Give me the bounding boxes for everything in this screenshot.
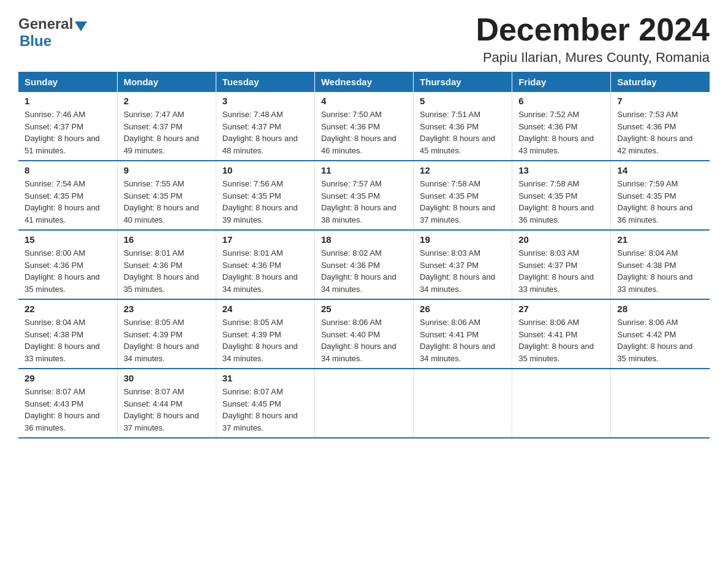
day-info: Sunrise: 8:05 AMSunset: 4:39 PMDaylight:…	[222, 318, 298, 363]
calendar-day-cell: 6 Sunrise: 7:52 AMSunset: 4:36 PMDayligh…	[512, 92, 611, 161]
calendar-day-cell: 29 Sunrise: 8:07 AMSunset: 4:43 PMDaylig…	[18, 369, 117, 438]
calendar-day-cell: 1 Sunrise: 7:46 AMSunset: 4:37 PMDayligh…	[18, 92, 117, 161]
day-info: Sunrise: 8:07 AMSunset: 4:43 PMDaylight:…	[25, 387, 100, 432]
day-info: Sunrise: 7:57 AMSunset: 4:35 PMDaylight:…	[321, 179, 396, 224]
calendar-day-cell	[512, 369, 611, 438]
day-info: Sunrise: 8:07 AMSunset: 4:45 PMDaylight:…	[222, 387, 298, 432]
calendar-table: SundayMondayTuesdayWednesdayThursdayFrid…	[18, 72, 710, 439]
calendar-day-cell: 24 Sunrise: 8:05 AMSunset: 4:39 PMDaylig…	[216, 299, 314, 369]
day-number: 12	[420, 165, 506, 175]
logo-blue-text: Blue	[20, 33, 51, 50]
calendar-day-cell: 11 Sunrise: 7:57 AMSunset: 4:35 PMDaylig…	[314, 161, 413, 230]
calendar-day-cell: 31 Sunrise: 8:07 AMSunset: 4:45 PMDaylig…	[216, 369, 314, 438]
day-info: Sunrise: 7:51 AMSunset: 4:36 PMDaylight:…	[420, 110, 495, 155]
day-number: 9	[124, 165, 210, 175]
day-number: 10	[222, 165, 308, 175]
day-number: 13	[518, 165, 604, 175]
calendar-day-cell: 23 Sunrise: 8:05 AMSunset: 4:39 PMDaylig…	[117, 299, 216, 369]
calendar-week-row: 15 Sunrise: 8:00 AMSunset: 4:36 PMDaylig…	[18, 230, 710, 299]
page-subtitle: Papiu Ilarian, Mures County, Romania	[476, 50, 710, 66]
day-number: 8	[25, 165, 111, 175]
calendar-day-cell	[611, 369, 710, 438]
day-number: 3	[222, 96, 308, 106]
day-info: Sunrise: 7:50 AMSunset: 4:36 PMDaylight:…	[321, 110, 396, 155]
calendar-day-cell: 27 Sunrise: 8:06 AMSunset: 4:41 PMDaylig…	[512, 299, 611, 369]
day-info: Sunrise: 8:01 AMSunset: 4:36 PMDaylight:…	[222, 248, 298, 294]
day-number: 28	[617, 304, 703, 314]
calendar-day-cell: 22 Sunrise: 8:04 AMSunset: 4:38 PMDaylig…	[18, 299, 117, 369]
day-number: 11	[321, 165, 407, 175]
day-number: 26	[420, 304, 506, 314]
calendar-day-cell: 21 Sunrise: 8:04 AMSunset: 4:38 PMDaylig…	[611, 230, 710, 299]
day-info: Sunrise: 7:54 AMSunset: 4:35 PMDaylight:…	[25, 179, 100, 224]
weekday-header: Thursday	[414, 72, 512, 92]
day-info: Sunrise: 7:56 AMSunset: 4:35 PMDaylight:…	[222, 179, 298, 224]
day-info: Sunrise: 8:06 AMSunset: 4:40 PMDaylight:…	[321, 318, 396, 363]
calendar-day-cell: 18 Sunrise: 8:02 AMSunset: 4:36 PMDaylig…	[314, 230, 413, 299]
day-info: Sunrise: 7:47 AMSunset: 4:37 PMDaylight:…	[124, 110, 199, 155]
day-number: 30	[124, 373, 210, 383]
calendar-day-cell: 20 Sunrise: 8:03 AMSunset: 4:37 PMDaylig…	[512, 230, 611, 299]
day-number: 4	[321, 96, 407, 106]
day-info: Sunrise: 8:06 AMSunset: 4:42 PMDaylight:…	[617, 318, 692, 363]
day-info: Sunrise: 8:03 AMSunset: 4:37 PMDaylight:…	[420, 248, 495, 294]
day-number: 22	[25, 304, 111, 314]
calendar-day-cell: 14 Sunrise: 7:59 AMSunset: 4:35 PMDaylig…	[611, 161, 710, 230]
day-info: Sunrise: 7:52 AMSunset: 4:36 PMDaylight:…	[518, 110, 594, 155]
day-number: 17	[222, 234, 308, 245]
day-info: Sunrise: 8:04 AMSunset: 4:38 PMDaylight:…	[25, 318, 100, 363]
day-info: Sunrise: 8:06 AMSunset: 4:41 PMDaylight:…	[420, 318, 495, 363]
page-header: General Blue December 2024 Papiu Ilarian…	[18, 12, 710, 66]
logo-triangle-icon	[75, 21, 87, 31]
calendar-day-cell: 13 Sunrise: 7:58 AMSunset: 4:35 PMDaylig…	[512, 161, 611, 230]
day-info: Sunrise: 8:01 AMSunset: 4:36 PMDaylight:…	[124, 248, 199, 294]
weekday-header: Saturday	[611, 72, 710, 92]
logo: General Blue	[18, 15, 87, 50]
day-number: 2	[124, 96, 210, 106]
day-number: 25	[321, 304, 407, 314]
day-info: Sunrise: 8:02 AMSunset: 4:36 PMDaylight:…	[321, 248, 396, 294]
day-info: Sunrise: 7:58 AMSunset: 4:35 PMDaylight:…	[518, 179, 594, 224]
day-info: Sunrise: 8:04 AMSunset: 4:38 PMDaylight:…	[617, 248, 692, 294]
day-number: 18	[321, 234, 407, 245]
logo-general-text: General	[18, 15, 73, 33]
calendar-day-cell: 26 Sunrise: 8:06 AMSunset: 4:41 PMDaylig…	[414, 299, 512, 369]
day-number: 21	[617, 234, 703, 245]
day-info: Sunrise: 8:06 AMSunset: 4:41 PMDaylight:…	[518, 318, 594, 363]
calendar-day-cell: 15 Sunrise: 8:00 AMSunset: 4:36 PMDaylig…	[18, 230, 117, 299]
day-number: 15	[25, 234, 111, 245]
calendar-day-cell: 30 Sunrise: 8:07 AMSunset: 4:44 PMDaylig…	[117, 369, 216, 438]
day-number: 7	[617, 96, 703, 106]
calendar-day-cell: 28 Sunrise: 8:06 AMSunset: 4:42 PMDaylig…	[611, 299, 710, 369]
day-number: 16	[124, 234, 210, 245]
calendar-day-cell: 16 Sunrise: 8:01 AMSunset: 4:36 PMDaylig…	[117, 230, 216, 299]
calendar-day-cell: 2 Sunrise: 7:47 AMSunset: 4:37 PMDayligh…	[117, 92, 216, 161]
calendar-day-cell: 8 Sunrise: 7:54 AMSunset: 4:35 PMDayligh…	[18, 161, 117, 230]
calendar-week-row: 8 Sunrise: 7:54 AMSunset: 4:35 PMDayligh…	[18, 161, 710, 230]
day-number: 1	[25, 96, 111, 106]
day-number: 6	[518, 96, 604, 106]
calendar-day-cell: 10 Sunrise: 7:56 AMSunset: 4:35 PMDaylig…	[216, 161, 314, 230]
calendar-week-row: 22 Sunrise: 8:04 AMSunset: 4:38 PMDaylig…	[18, 299, 710, 369]
day-info: Sunrise: 8:00 AMSunset: 4:36 PMDaylight:…	[25, 248, 100, 294]
calendar-day-cell: 7 Sunrise: 7:53 AMSunset: 4:36 PMDayligh…	[611, 92, 710, 161]
day-number: 5	[420, 96, 506, 106]
weekday-header: Tuesday	[216, 72, 314, 92]
day-info: Sunrise: 8:03 AMSunset: 4:37 PMDaylight:…	[518, 248, 594, 294]
day-number: 23	[124, 304, 210, 314]
day-number: 29	[25, 373, 111, 383]
page-title: December 2024	[476, 12, 710, 47]
calendar-day-cell	[314, 369, 413, 438]
calendar-day-cell: 12 Sunrise: 7:58 AMSunset: 4:35 PMDaylig…	[414, 161, 512, 230]
day-number: 31	[222, 373, 308, 383]
weekday-header: Monday	[117, 72, 216, 92]
weekday-header-row: SundayMondayTuesdayWednesdayThursdayFrid…	[18, 72, 710, 92]
calendar-day-cell: 4 Sunrise: 7:50 AMSunset: 4:36 PMDayligh…	[314, 92, 413, 161]
calendar-day-cell: 9 Sunrise: 7:55 AMSunset: 4:35 PMDayligh…	[117, 161, 216, 230]
calendar-day-cell: 19 Sunrise: 8:03 AMSunset: 4:37 PMDaylig…	[414, 230, 512, 299]
calendar-week-row: 29 Sunrise: 8:07 AMSunset: 4:43 PMDaylig…	[18, 369, 710, 438]
day-info: Sunrise: 7:55 AMSunset: 4:35 PMDaylight:…	[124, 179, 199, 224]
weekday-header: Wednesday	[314, 72, 413, 92]
calendar-week-row: 1 Sunrise: 7:46 AMSunset: 4:37 PMDayligh…	[18, 92, 710, 161]
weekday-header: Friday	[512, 72, 611, 92]
